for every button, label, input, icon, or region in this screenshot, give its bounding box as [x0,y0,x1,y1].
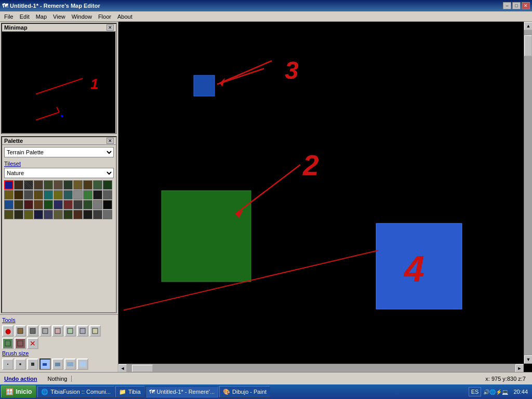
tile-item[interactable] [34,200,43,209]
tool-btn-10[interactable] [15,338,26,349]
scroll-h-track[interactable] [127,364,515,372]
menu-window[interactable]: Window [69,12,95,21]
tile-item[interactable] [83,210,92,219]
tile-item[interactable] [103,210,112,219]
tile-item[interactable] [4,180,14,190]
tile-item[interactable] [4,210,14,219]
menu-edit[interactable]: Edit [17,12,33,21]
scroll-h-thumb[interactable] [132,365,153,372]
tool-btn-6[interactable] [64,325,76,337]
taskbar-item-1[interactable]: 📁 Tibia [115,386,144,397]
tool-eraser[interactable]: ⬤ [2,325,14,337]
tile-item[interactable] [24,200,33,209]
tile-item[interactable] [54,180,63,190]
scroll-v-track[interactable] [524,30,532,355]
horizontal-scrollbar[interactable]: ◄ ► [118,364,524,372]
brush-size-2[interactable] [15,358,26,370]
brush-size-3[interactable] [27,358,38,370]
tile-item[interactable] [44,180,53,190]
tile-item[interactable] [44,200,53,209]
menu-map[interactable]: Map [33,12,50,21]
minimap-annotation: 1 [2,32,115,133]
taskbar-item-0[interactable]: 🌐 TibiaFusion :: Comuni... [37,386,114,397]
tile-item[interactable] [93,180,102,190]
minimap-canvas[interactable]: 1 [2,32,115,133]
palette-type-dropdown[interactable]: Terrain Palette [4,147,114,157]
tile-item[interactable] [14,200,23,209]
tile-item[interactable] [34,210,43,219]
tool-btn-5[interactable] [52,325,63,337]
tile-item[interactable] [83,200,92,209]
vertical-scrollbar[interactable]: ▲ ▼ [524,22,532,364]
tile-item[interactable] [14,180,23,190]
tile-item[interactable] [54,190,63,200]
map-area[interactable]: 4 3 2 [118,22,532,372]
tile-item[interactable] [34,190,43,200]
tile-item[interactable] [63,180,73,190]
tile-item[interactable] [83,180,92,190]
tile-item[interactable] [83,190,92,200]
scroll-v-thumb[interactable] [524,35,532,56]
minimize-button[interactable]: – [503,2,511,9]
taskbar-item-3[interactable]: 🎨 Dibujo - Paint [219,386,270,397]
minimap-close-button[interactable]: ✕ [107,24,114,31]
start-button[interactable]: 🪟 Inicio [1,385,36,398]
tile-item[interactable] [14,190,23,200]
menu-floor[interactable]: Floor [95,12,114,21]
close-button[interactable]: ✕ [522,2,530,9]
tile-item[interactable] [73,210,83,219]
tileset-dropdown[interactable]: Nature [4,168,114,178]
tile-item[interactable] [93,210,102,219]
tile-item[interactable] [54,210,63,219]
minimap-title: Minimap [4,24,28,31]
brush-size-1[interactable] [2,358,14,370]
map-canvas[interactable]: 4 3 2 [118,22,524,364]
brush-size-4[interactable] [39,358,51,370]
brush-size-7[interactable] [77,358,88,370]
tile-item[interactable] [4,200,14,209]
palette-close-button[interactable]: ✕ [107,138,114,144]
tile-item[interactable] [44,190,53,200]
tile-item[interactable] [93,200,102,209]
svg-rect-18 [67,362,73,366]
tool-btn-9[interactable] [2,338,14,349]
tool-btn-11[interactable]: ✕ [27,338,38,349]
scroll-down-button[interactable]: ▼ [524,355,532,364]
tile-item[interactable] [4,190,14,200]
scroll-left-button[interactable]: ◄ [118,364,127,372]
tile-item[interactable] [14,210,23,219]
tile-item[interactable] [93,190,102,200]
menu-about[interactable]: About [114,12,136,21]
brush-size-6[interactable] [64,358,76,370]
title-text: 🗺 Untitled-1* - Remere's Map Editor [2,3,100,9]
svg-rect-8 [68,328,73,334]
tile-item[interactable] [34,180,43,190]
tile-item[interactable] [73,180,83,190]
svg-rect-6 [43,328,48,334]
tool-btn-7[interactable] [77,325,88,337]
tile-item[interactable] [24,180,33,190]
scroll-up-button[interactable]: ▲ [524,22,532,30]
tile-item[interactable] [73,190,83,200]
tool-btn-8[interactable] [89,325,101,337]
tile-item[interactable] [103,180,112,190]
tool-btn-2[interactable] [15,325,26,337]
tile-item[interactable] [63,200,73,209]
tile-item[interactable] [63,190,73,200]
taskbar-item-2[interactable]: 🗺 Untitled-1* - Remere'... [145,386,219,397]
tool-btn-4[interactable] [39,325,51,337]
maximize-button[interactable]: □ [512,2,521,9]
tile-item[interactable] [63,210,73,219]
tile-item[interactable] [54,200,63,209]
tile-item[interactable] [24,190,33,200]
tile-item[interactable] [103,190,112,200]
tile-item[interactable] [44,210,53,219]
scroll-right-button[interactable]: ► [515,364,524,372]
brush-size-5[interactable] [52,358,63,370]
tile-item[interactable] [73,200,83,209]
tile-item[interactable] [24,210,33,219]
tool-btn-3[interactable] [27,325,38,337]
tile-item[interactable] [103,200,112,209]
menu-file[interactable]: File [1,12,17,21]
menu-view[interactable]: View [50,12,69,21]
